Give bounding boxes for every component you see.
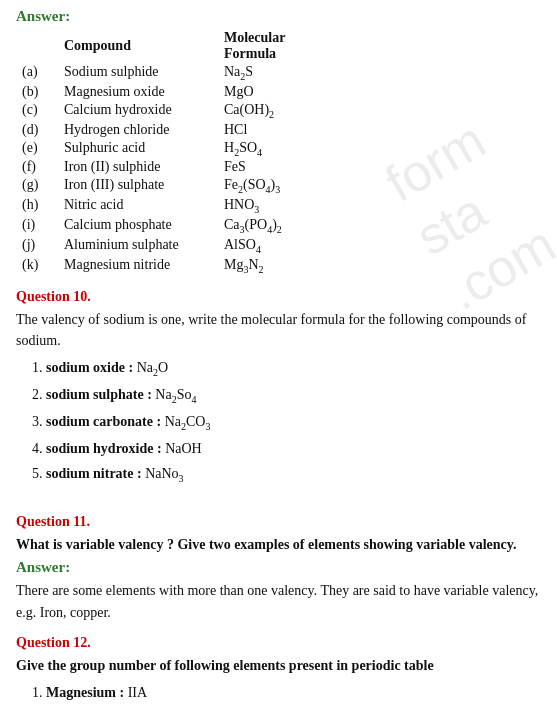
- table-row: (d)Hydrogen chlorideHCl: [20, 121, 362, 139]
- table-header-compound: Compound: [62, 29, 222, 63]
- q12-label: Question 12.: [16, 635, 541, 651]
- table-header-formula: Molecular Formula: [222, 29, 362, 63]
- table-row: (f)Iron (II) sulphideFeS: [20, 158, 362, 176]
- q10-text: The valency of sodium is one, write the …: [16, 309, 541, 351]
- list-item: sodium oxide : Na2O: [46, 355, 541, 382]
- row-formula: Fe2(SO4)3: [222, 176, 362, 196]
- row-letter: (e): [20, 139, 62, 159]
- q10-list: sodium oxide : Na2Osodium sulphate : Na2…: [16, 355, 541, 487]
- q11-answer-text: There are some elements with more than o…: [16, 580, 541, 625]
- row-formula: Ca(OH)2: [222, 101, 362, 121]
- table-row: (i)Calcium phosphateCa3(PO4)2: [20, 216, 362, 236]
- list-item: sodium nitrate : NaNo3: [46, 461, 541, 488]
- table-row: (j)Aluminium sulphateAlSO4: [20, 236, 362, 256]
- table-row: (a)Sodium sulphideNa2S: [20, 63, 362, 83]
- answer-label: Answer:: [16, 8, 541, 25]
- q11-answer-label: Answer:: [16, 559, 541, 576]
- row-letter: (j): [20, 236, 62, 256]
- row-letter: (c): [20, 101, 62, 121]
- row-letter: (h): [20, 196, 62, 216]
- row-compound: Iron (III) sulphate: [62, 176, 222, 196]
- row-formula: AlSO4: [222, 236, 362, 256]
- q11-question: What is variable valency ? Give two exam…: [16, 534, 541, 555]
- row-compound: Hydrogen chloride: [62, 121, 222, 139]
- row-compound: Calcium hydroxide: [62, 101, 222, 121]
- row-letter: (g): [20, 176, 62, 196]
- list-item: Magnesium : IIA: [46, 680, 541, 704]
- table-row: (c)Calcium hydroxideCa(OH)2: [20, 101, 362, 121]
- question-12-block: Question 12. Give the group number of fo…: [16, 635, 541, 704]
- row-compound: Magnesium oxide: [62, 83, 222, 101]
- list-item: sodium sulphate : Na2So4: [46, 382, 541, 409]
- row-letter: (a): [20, 63, 62, 83]
- main-content: Answer: Compound Molecular Formula (a)So…: [16, 8, 541, 704]
- table-row: (k)Magnesium nitrideMg3N2: [20, 256, 362, 276]
- row-compound: Nitric acid: [62, 196, 222, 216]
- row-compound: Aluminium sulphate: [62, 236, 222, 256]
- row-compound: Magnesium nitride: [62, 256, 222, 276]
- row-letter: (b): [20, 83, 62, 101]
- row-letter: (d): [20, 121, 62, 139]
- q12-list: Magnesium : IIA: [16, 680, 541, 704]
- row-formula: MgO: [222, 83, 362, 101]
- q12-question: Give the group number of following eleme…: [16, 655, 541, 676]
- row-formula: H2SO4: [222, 139, 362, 159]
- table-header-letter: [20, 29, 62, 63]
- list-item: sodium carbonate : Na2CO3: [46, 409, 541, 436]
- row-formula: Na2S: [222, 63, 362, 83]
- list-item: sodium hydroxide : NaOH: [46, 436, 541, 461]
- row-formula: HCl: [222, 121, 362, 139]
- table-row: (e)Sulphuric acidH2SO4: [20, 139, 362, 159]
- table-row: (h)Nitric acidHNO3: [20, 196, 362, 216]
- row-compound: Sulphuric acid: [62, 139, 222, 159]
- table-row: (g)Iron (III) sulphateFe2(SO4)3: [20, 176, 362, 196]
- row-compound: Calcium phosphate: [62, 216, 222, 236]
- row-compound: Iron (II) sulphide: [62, 158, 222, 176]
- row-formula: HNO3: [222, 196, 362, 216]
- row-letter: (f): [20, 158, 62, 176]
- q11-label: Question 11.: [16, 514, 541, 530]
- compound-table: Compound Molecular Formula (a)Sodium sul…: [20, 29, 362, 275]
- row-compound: Sodium sulphide: [62, 63, 222, 83]
- row-letter: (i): [20, 216, 62, 236]
- q10-label: Question 10.: [16, 289, 541, 305]
- row-formula: Ca3(PO4)2: [222, 216, 362, 236]
- row-letter: (k): [20, 256, 62, 276]
- row-formula: Mg3N2: [222, 256, 362, 276]
- question-10-block: Question 10. The valency of sodium is on…: [16, 289, 541, 487]
- table-row: (b)Magnesium oxideMgO: [20, 83, 362, 101]
- row-formula: FeS: [222, 158, 362, 176]
- question-11-block: Question 11. What is variable valency ? …: [16, 514, 541, 625]
